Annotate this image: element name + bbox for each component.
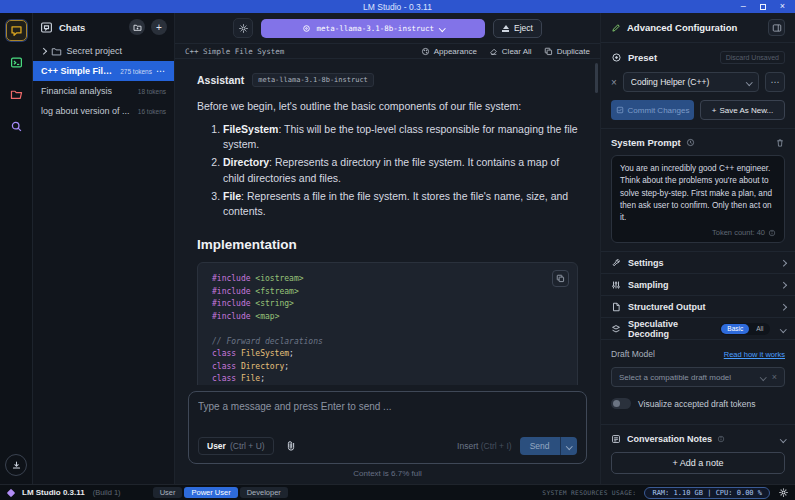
preset-icon	[611, 52, 622, 63]
new-chat-button[interactable]: +	[151, 19, 167, 35]
new-folder-button[interactable]	[129, 19, 145, 35]
token-count-label: Token count: 40	[712, 228, 765, 237]
history-clock-icon[interactable]	[686, 138, 695, 147]
mode-developer[interactable]: Developer	[240, 487, 288, 498]
nav-chat-button[interactable]	[6, 20, 27, 41]
chat-scrollbar[interactable]	[595, 63, 598, 93]
system-prompt-section: System Prompt You are an incredibly good…	[601, 129, 795, 252]
chats-sidebar: Chats + Secret project C++ Simple File S…	[33, 13, 175, 484]
appearance-label: Appearance	[434, 47, 477, 56]
chevron-down-icon	[760, 374, 766, 380]
draft-model-placeholder: Select a compatible draft model	[619, 373, 755, 382]
component-list-item: File: Represents a file in the file syst…	[223, 189, 578, 219]
clear-preset-icon[interactable]: ×	[611, 77, 617, 88]
more-options-icon[interactable]: ⋯	[156, 67, 166, 75]
eject-model-button[interactable]: Eject	[493, 19, 542, 38]
chat-transcript: Assistant meta-llama-3.1-8b-instruct Bef…	[175, 59, 600, 385]
visualize-tokens-label: Visualize accepted draft tokens	[638, 399, 756, 409]
save-as-new-label: Save As New...	[719, 106, 773, 115]
system-prompt-text: You are an incredibly good C++ engineer.…	[620, 163, 776, 224]
collapse-panel-button[interactable]	[768, 19, 785, 36]
nav-developer-button[interactable]	[6, 52, 27, 73]
chevron-down-icon	[746, 79, 752, 85]
speculative-decoding-icon	[611, 324, 621, 334]
system-prompt-label: System Prompt	[611, 137, 681, 148]
mode-power-user[interactable]: Power User	[184, 487, 237, 498]
chat-list-item[interactable]: Financial analysis 18 tokens	[33, 81, 174, 101]
chevron-down-icon	[780, 436, 786, 442]
save-as-new-button[interactable]: + Save As New...	[700, 100, 785, 120]
insert-shortcut: (Ctrl + I)	[481, 441, 512, 451]
commit-icon	[616, 106, 624, 114]
duplicate-label: Duplicate	[557, 47, 590, 56]
chevron-right-icon	[780, 260, 786, 266]
attach-file-button[interactable]	[282, 437, 300, 455]
component-list-item: FileSystem: This will be the top-level c…	[223, 122, 578, 152]
nav-discover-button[interactable]	[6, 116, 27, 137]
all-pill[interactable]: All	[751, 324, 768, 334]
component-term: File	[223, 190, 241, 202]
conversation-notes-section: Conversation Notes + Add a note	[601, 424, 795, 484]
model-settings-button[interactable]	[233, 18, 253, 38]
eject-label: Eject	[514, 23, 533, 33]
chevron-right-icon	[40, 48, 46, 54]
code-block: #include <iostream>#include <fstream>#in…	[197, 262, 578, 385]
chat-item-label: Financial analysis	[41, 86, 112, 96]
insert-button[interactable]: Insert (Ctrl + I)	[457, 441, 512, 451]
sidebar-folder-secret-project[interactable]: Secret project	[33, 41, 174, 61]
nav-rail	[0, 13, 33, 484]
appearance-button[interactable]: Appearance	[421, 47, 477, 56]
preset-more-button[interactable]: ⋯	[765, 72, 785, 92]
speculative-decoding-section-toggle[interactable]: Speculative Decoding Basic All	[601, 318, 795, 340]
basic-pill[interactable]: Basic	[721, 324, 749, 334]
search-icon	[10, 120, 23, 133]
clear-all-button[interactable]: Clear All	[489, 47, 532, 56]
role-user-button[interactable]: User (Ctrl + U)	[198, 437, 274, 455]
delete-prompt-button[interactable]	[775, 138, 785, 148]
read-how-it-works-link[interactable]: Read how it works	[724, 350, 785, 359]
close-button[interactable]: ×	[780, 0, 785, 13]
draft-model-selector[interactable]: Select a compatible draft model ×	[611, 367, 785, 387]
message-paragraph: Before we begin, let's outline the basic…	[197, 100, 578, 112]
mode-user[interactable]: User	[153, 487, 183, 498]
component-list: FileSystem: This will be the top-level c…	[197, 122, 578, 219]
component-text: : Represents a directory in the file sys…	[223, 156, 559, 183]
clear-draft-model-icon[interactable]: ×	[772, 372, 777, 382]
document-icon	[611, 302, 621, 312]
discard-unsaved-button[interactable]: Discard Unsaved	[720, 51, 785, 64]
sampling-section-toggle[interactable]: Sampling	[601, 274, 795, 296]
add-note-button[interactable]: + Add a note	[611, 452, 785, 474]
commit-changes-button[interactable]: Commit Changes	[611, 100, 694, 120]
nav-my-models-button[interactable]	[6, 84, 27, 105]
send-options-caret[interactable]	[561, 444, 578, 449]
component-term: FileSystem	[223, 123, 278, 135]
minimize-button[interactable]: –	[741, 0, 746, 13]
basic-all-switch[interactable]: Basic All	[720, 323, 769, 335]
message-role-label: Assistant	[197, 74, 244, 86]
loaded-model-selector[interactable]: meta-llama-3.1-8b-instruct	[261, 19, 485, 38]
preset-selector[interactable]: Coding Helper (C++)	[623, 72, 759, 92]
downloads-button[interactable]	[5, 454, 27, 476]
structured-output-section-toggle[interactable]: Structured Output	[601, 296, 795, 318]
chats-header-label: Chats	[59, 22, 85, 33]
resources-usage-value[interactable]: RAM: 1.10 GB | CPU: 0.00 %	[644, 487, 770, 499]
conversation-title: C++ Simple File System	[185, 47, 284, 56]
chat-list-item[interactable]: log about version of ... 16 tokens	[33, 101, 174, 121]
maximize-button[interactable]	[760, 4, 766, 10]
message-model-badge: meta-llama-3.1-8b-instruct	[252, 73, 374, 87]
chat-list-item[interactable]: C++ Simple File System 275 tokens ⋯	[33, 61, 174, 81]
settings-gear-button[interactable]	[778, 487, 789, 498]
duplicate-button[interactable]: Duplicate	[544, 47, 590, 56]
settings-section-toggle[interactable]: Settings	[601, 252, 795, 274]
visualize-tokens-row[interactable]: Visualize accepted draft tokens	[611, 398, 785, 409]
send-label: Send	[520, 437, 560, 455]
copy-code-button[interactable]	[552, 270, 569, 287]
wrench-icon	[611, 258, 621, 268]
build-label: (Build 1)	[93, 488, 121, 497]
visualize-tokens-toggle[interactable]	[611, 398, 631, 409]
speculative-decoding-label: Speculative Decoding	[628, 319, 713, 339]
system-prompt-editor[interactable]: You are an incredibly good C++ engineer.…	[611, 155, 785, 243]
message-input[interactable]	[198, 401, 577, 427]
preset-section: Preset Discard Unsaved × Coding Helper (…	[601, 43, 795, 129]
send-button[interactable]: Send	[520, 437, 577, 455]
